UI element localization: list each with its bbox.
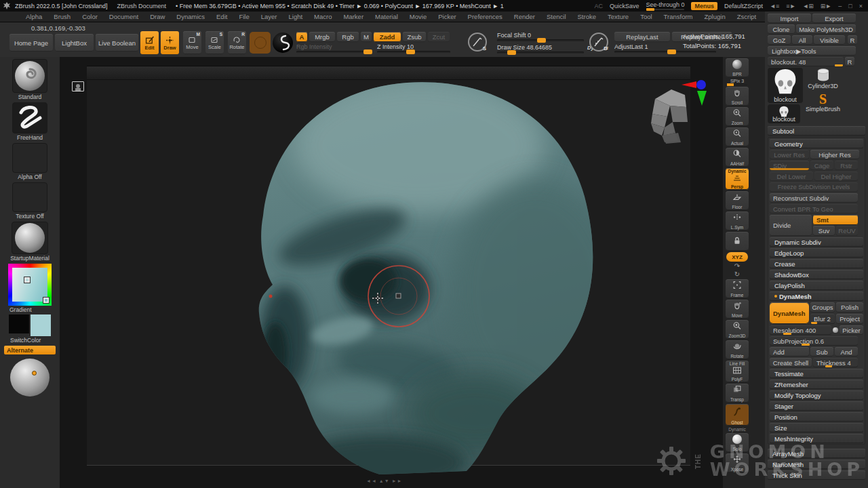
- blur-slider[interactable]: Blur 2: [810, 314, 835, 324]
- freeze-subdivision-button[interactable]: Freeze SubDivision Levels: [770, 182, 858, 192]
- window-prev-icon[interactable]: ◄⊞: [802, 3, 813, 9]
- goz-button[interactable]: GoZ: [768, 35, 791, 45]
- active-tool-thumbnail[interactable]: blockout: [768, 68, 803, 103]
- rotate-z-icon[interactable]: ↻: [734, 271, 740, 278]
- aahalf-button[interactable]: AAHalf: [726, 148, 749, 167]
- subtool-section[interactable]: Subtool: [768, 126, 865, 136]
- modify-topology-section[interactable]: Modify Topology: [770, 390, 863, 400]
- m-button[interactable]: M: [361, 32, 372, 42]
- see-through-slider[interactable]: See-through 0: [646, 1, 684, 10]
- menu-movie[interactable]: Movie: [410, 13, 427, 20]
- del-lower-button[interactable]: Del Lower: [770, 171, 813, 181]
- window-next-icon[interactable]: ⊞►: [821, 3, 831, 9]
- bpr-button[interactable]: BPR: [726, 58, 749, 77]
- menu-light[interactable]: Light: [288, 13, 302, 20]
- alternate-button[interactable]: Alternate: [4, 346, 56, 354]
- live-boolean-button[interactable]: Live Boolean: [96, 34, 138, 52]
- resolution-dot-button[interactable]: [833, 327, 838, 333]
- r-button-1[interactable]: R: [848, 35, 857, 45]
- edgeloop-section[interactable]: EdgeLoop: [770, 248, 863, 258]
- menu-macro[interactable]: Macro: [314, 13, 332, 20]
- floor-button[interactable]: Floor: [726, 191, 749, 210]
- scale-button[interactable]: S Scale: [205, 31, 224, 54]
- minimize-icon[interactable]: –: [838, 3, 842, 9]
- recent-tool-blockout[interactable]: blockout: [768, 104, 803, 123]
- scroll-button[interactable]: Scroll: [726, 87, 749, 106]
- menu-stencil[interactable]: Stencil: [547, 13, 566, 20]
- edit-button[interactable]: Edit: [140, 31, 159, 54]
- zoom-button[interactable]: Zoom: [726, 107, 749, 126]
- polyf-button[interactable]: Line Fill PolyF: [726, 361, 749, 382]
- and-toggle[interactable]: And: [835, 347, 858, 357]
- light-placement-sphere[interactable]: [10, 359, 50, 396]
- rstr-button[interactable]: Rstr: [835, 161, 858, 170]
- convert-bpr-button[interactable]: Convert BPR To Geo: [770, 204, 858, 214]
- default-zscript-button[interactable]: DefaultZScript: [724, 3, 763, 9]
- menu-zscript[interactable]: Zscript: [737, 13, 757, 20]
- menu-material[interactable]: Material: [375, 13, 398, 20]
- sculpt-canvas[interactable]: ◄◄ ▲▼ ►►: [60, 57, 723, 488]
- lower-res-button[interactable]: Lower Res: [770, 150, 809, 159]
- geometry-section[interactable]: Geometry: [770, 139, 863, 148]
- zadd-button[interactable]: Zadd: [374, 32, 401, 42]
- menu-brush[interactable]: Brush: [54, 13, 71, 20]
- dynamic-persp-button[interactable]: Dynamic Persp: [726, 168, 749, 190]
- add-toggle[interactable]: Add: [770, 347, 809, 357]
- dynamesh-button[interactable]: DynaMesh: [770, 302, 809, 324]
- focal-shift-slider[interactable]: Focal Shift 0: [497, 32, 584, 41]
- home-page-button[interactable]: Home Page: [9, 34, 53, 52]
- arraymesh-section[interactable]: ArrayMesh: [768, 449, 865, 458]
- menu-dynamics[interactable]: Dynamics: [176, 13, 205, 20]
- draw-size-slider[interactable]: Draw Size 48.64685: [497, 44, 584, 54]
- menu-alpha[interactable]: Alpha: [26, 13, 42, 20]
- reconstruct-subdiv-button[interactable]: Reconstruct Subdiv: [770, 193, 858, 203]
- xyz-rotation-button[interactable]: XYZ: [726, 252, 748, 262]
- menu-preferences[interactable]: Preferences: [468, 13, 502, 20]
- current-stroke[interactable]: FreeHand: [12, 102, 47, 141]
- z-intensity-slider[interactable]: Z Intensity 10: [377, 43, 450, 53]
- smt-toggle[interactable]: Smt: [813, 215, 858, 225]
- sdiv-slider[interactable]: SDiv: [770, 161, 809, 170]
- tool-name-slider[interactable]: blockout. 48: [768, 57, 844, 66]
- quicksave-button[interactable]: QuickSave: [610, 3, 639, 9]
- lightbox-tools-button[interactable]: Lightbox▶Tools: [768, 46, 856, 56]
- replay-brush-button[interactable]: D: [589, 33, 608, 52]
- current-alpha[interactable]: Alpha Off: [12, 143, 47, 180]
- move-button[interactable]: M Move: [183, 31, 201, 54]
- zremesher-section[interactable]: ZRemesher: [770, 380, 863, 389]
- higher-res-button[interactable]: Higher Res: [810, 150, 859, 159]
- color-picker[interactable]: Gradient: [8, 264, 52, 313]
- nav-left-icon[interactable]: ◄◄: [366, 479, 377, 483]
- goz-visible-button[interactable]: Visible: [814, 35, 845, 45]
- export-button[interactable]: Export: [812, 14, 856, 23]
- menu-color[interactable]: Color: [82, 13, 98, 20]
- main-color-swatch[interactable]: [9, 314, 29, 333]
- material-ball-button[interactable]: [273, 33, 293, 53]
- xpose-button[interactable]: Xpose: [726, 453, 749, 472]
- menu-texture[interactable]: Texture: [608, 13, 629, 20]
- stroke-preview-button[interactable]: [250, 32, 271, 54]
- meshintegrity-section[interactable]: MeshIntegrity: [770, 434, 863, 443]
- resolution-slider[interactable]: Resolution 400: [770, 325, 831, 335]
- rgb-intensity-slider[interactable]: Rgb Intensity: [296, 43, 372, 53]
- replay-last-button[interactable]: ReplayLast: [614, 32, 670, 42]
- rotate-button[interactable]: R Rotate: [228, 31, 246, 54]
- rotate-canvas-button[interactable]: Rotate: [726, 340, 749, 359]
- create-shell-button[interactable]: Create Shell: [770, 358, 812, 367]
- picker-button[interactable]: Picker: [840, 325, 863, 335]
- stroke-type-button[interactable]: S: [468, 33, 487, 52]
- subprojection-slider[interactable]: SubProjection 0.6: [770, 336, 858, 346]
- zsub-button[interactable]: Zsub: [403, 32, 426, 42]
- menu-stroke[interactable]: Stroke: [578, 13, 596, 20]
- zcut-button[interactable]: Zcut: [428, 32, 450, 42]
- switch-color[interactable]: SwitchColor: [9, 314, 51, 344]
- actual-button[interactable]: Actual: [726, 127, 749, 146]
- menu-picker[interactable]: Picker: [438, 13, 456, 20]
- menu-tool[interactable]: Tool: [640, 13, 652, 20]
- goz-all-button[interactable]: All: [792, 35, 812, 45]
- menu-layer[interactable]: Layer: [261, 13, 277, 20]
- make-polymesh3d-button[interactable]: Make PolyMesh3D: [796, 24, 856, 34]
- menu-zplugin[interactable]: Zplugin: [705, 13, 726, 20]
- light-position-icon[interactable]: [32, 371, 37, 375]
- current-brush[interactable]: Standard: [12, 59, 47, 100]
